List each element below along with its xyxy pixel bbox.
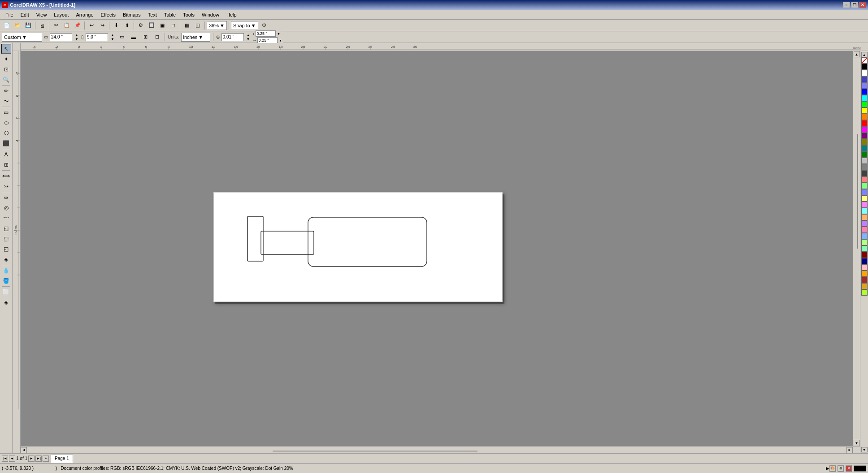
color-swatch-lightyellow[interactable] xyxy=(861,195,868,202)
vertical-scrollbar[interactable]: ▲ ▼ xyxy=(853,51,860,446)
color-swatch-pink2[interactable] xyxy=(861,264,868,271)
tool-zoom[interactable]: 🔍 xyxy=(1,75,11,85)
horizontal-scrollbar[interactable]: ◄ ► xyxy=(21,446,853,453)
color-swatch-darkgray[interactable] xyxy=(861,170,868,176)
landscape-button[interactable]: ▬ xyxy=(129,32,139,42)
color-swatch-green[interactable] xyxy=(861,101,868,108)
color-swatch-blue-light[interactable] xyxy=(861,82,868,89)
tool-rectangle[interactable]: ▭ xyxy=(1,108,11,117)
color-swatch-teal[interactable] xyxy=(861,145,868,151)
outline-btn[interactable]: ◫ xyxy=(193,21,203,30)
color-manager-icon[interactable]: 🎨 xyxy=(829,465,836,472)
tool-freehand[interactable]: ✏ xyxy=(1,86,11,96)
color-swatch-purple[interactable] xyxy=(861,133,868,139)
page-prev-button[interactable]: ◄ xyxy=(9,456,15,462)
menu-bitmaps[interactable]: Bitmaps xyxy=(119,11,144,18)
color-swatch-lightgreen[interactable] xyxy=(861,183,868,189)
app-close-button[interactable]: ✕ xyxy=(859,2,866,8)
color-swatch-lightmagenta[interactable] xyxy=(861,202,868,208)
tool-outline[interactable]: ⬜ xyxy=(1,287,11,297)
color-swatch-orange2[interactable] xyxy=(861,271,868,277)
nudge-input[interactable] xyxy=(221,33,244,41)
tool-crop[interactable]: ⊡ xyxy=(1,64,11,74)
nudge2-input[interactable] xyxy=(256,30,276,37)
color-swatch-red[interactable] xyxy=(861,120,868,126)
portrait-button[interactable]: ▭ xyxy=(117,32,127,42)
menu-layout[interactable]: Layout xyxy=(50,11,72,18)
page-next-button[interactable]: ► xyxy=(28,456,35,462)
nudge3-input[interactable] xyxy=(257,37,278,43)
snap-to-dropdown[interactable]: Snap to ▼ xyxy=(231,21,258,30)
undo-button[interactable]: ↩ xyxy=(87,21,96,30)
color-swatch-blue-dark[interactable] xyxy=(861,76,868,82)
zoom-dropdown[interactable]: 36% ▼ xyxy=(207,21,227,30)
preset-dropdown[interactable]: Custom ▼ xyxy=(2,33,42,42)
tool-basic-shapes[interactable]: ⬛ xyxy=(1,138,11,148)
color-swatch-navy[interactable] xyxy=(861,258,868,264)
cut-button[interactable]: ✂ xyxy=(51,21,61,30)
scroll-up-button[interactable]: ▲ xyxy=(854,51,860,57)
color-swatch-brown[interactable] xyxy=(861,277,868,283)
tool-polygon[interactable]: ⬡ xyxy=(1,128,11,138)
color-swatch-cyan[interactable] xyxy=(861,95,868,101)
menu-text[interactable]: Text xyxy=(144,11,161,18)
tool-connector[interactable]: ⤐ xyxy=(1,181,11,191)
new-button[interactable]: 📄 xyxy=(2,21,12,30)
tool-node[interactable]: ✦ xyxy=(1,54,11,64)
height-spinner[interactable]: ▲▼ xyxy=(110,33,115,41)
all-pages-button[interactable]: ⊞ xyxy=(140,32,150,42)
tool-smart[interactable]: 〜 xyxy=(1,96,11,106)
menu-help[interactable]: Help xyxy=(223,11,240,18)
scroll-right-button[interactable]: ► xyxy=(846,447,853,453)
print-button[interactable]: 🖨 xyxy=(37,21,47,30)
save-button[interactable]: 💾 xyxy=(23,21,33,30)
scroll-left-button[interactable]: ◄ xyxy=(21,447,27,453)
color-swatch-blue[interactable] xyxy=(861,89,868,95)
current-color-fill[interactable] xyxy=(854,465,866,472)
width-spinner[interactable]: ▲▼ xyxy=(74,33,79,41)
color-swatch-lightcyan[interactable] xyxy=(861,208,868,214)
color-swatch-yellow[interactable] xyxy=(861,108,868,114)
nudge3-spinner[interactable]: ▼ xyxy=(278,37,283,43)
view-btn2[interactable]: ◻ xyxy=(168,21,178,30)
nudge-spinner[interactable]: ▲▼ xyxy=(246,33,251,41)
tool-selector[interactable]: ↖ xyxy=(1,44,11,54)
tool-fill[interactable]: 🪣 xyxy=(1,276,11,286)
tool-contour[interactable]: ◎ xyxy=(1,203,11,213)
app-restore-button[interactable]: ❐ xyxy=(851,2,858,8)
tool-extrude[interactable]: ◱ xyxy=(1,244,11,254)
nudge2-spinner[interactable]: ▼ xyxy=(277,30,281,37)
color-swatch-gray[interactable] xyxy=(861,164,868,170)
redo-button[interactable]: ↪ xyxy=(97,21,107,30)
color-swatch-lightblue3[interactable] xyxy=(861,233,868,239)
menu-tools[interactable]: Tools xyxy=(179,11,198,18)
color-swatch-pink[interactable] xyxy=(861,227,868,233)
scroll-down-button[interactable]: ▼ xyxy=(854,440,860,446)
units-dropdown[interactable]: inches ▼ xyxy=(181,33,210,42)
menu-window[interactable]: Window xyxy=(198,11,223,18)
snap-button[interactable]: 🔲 xyxy=(147,21,156,30)
color-swatch-orange[interactable] xyxy=(861,114,868,120)
color-swatch-lightorange[interactable] xyxy=(861,214,868,220)
color-swatch-maroon[interactable] xyxy=(861,252,868,258)
page-tab-1[interactable]: Page 1 xyxy=(51,455,73,463)
tool-distort[interactable]: 〰 xyxy=(1,213,11,223)
export-button[interactable]: ⬆ xyxy=(122,21,132,30)
tool-eyedropper[interactable]: 💧 xyxy=(1,266,11,275)
menu-view[interactable]: View xyxy=(33,11,51,18)
tool-blend[interactable]: ∞ xyxy=(1,193,11,202)
color-swatch-lavender[interactable] xyxy=(861,220,868,227)
no-fill-swatch[interactable] xyxy=(861,57,868,64)
tool-dimension[interactable]: ⟺ xyxy=(1,171,11,181)
menu-file[interactable]: File xyxy=(2,11,17,18)
palette-scroll-up[interactable]: ▲ xyxy=(861,52,868,57)
page-add-button[interactable]: + xyxy=(43,456,49,462)
color-swatch-olive[interactable] xyxy=(861,139,868,145)
current-page-button[interactable]: ⊟ xyxy=(152,32,162,42)
snap-config-button[interactable]: ⚙ xyxy=(259,21,269,30)
color-swatch-goldenrod[interactable] xyxy=(861,283,868,289)
color-swatch-silver[interactable] xyxy=(861,158,868,164)
color-swatch-white[interactable] xyxy=(861,70,868,76)
color-swatch-lightblue2[interactable] xyxy=(861,189,868,195)
color-swatch-lightred[interactable] xyxy=(861,176,868,183)
